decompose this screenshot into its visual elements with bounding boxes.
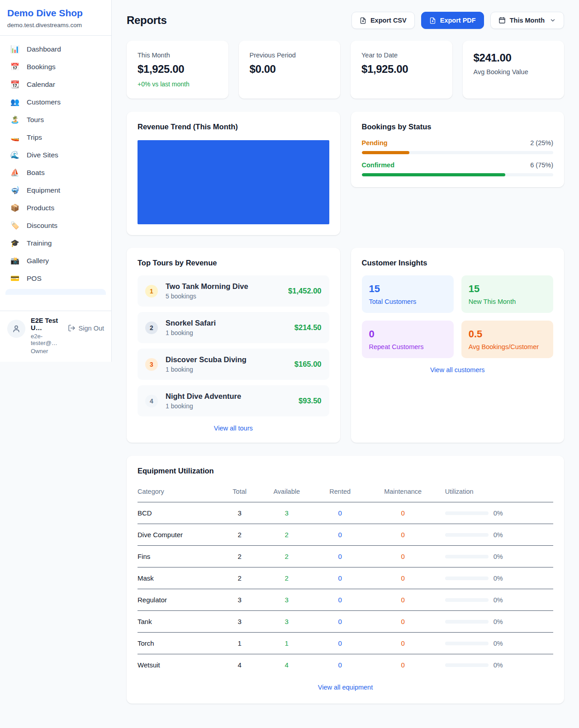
rank-badge: 1 — [145, 285, 158, 298]
column-header-category: Category — [138, 483, 222, 502]
cell-available: 2 — [258, 524, 316, 546]
stat-label: This Month — [138, 52, 218, 59]
cell-available: 2 — [258, 546, 316, 567]
period-selector[interactable]: This Month — [490, 12, 564, 29]
cell-rented: 0 — [316, 524, 365, 546]
insight-value: 0.5 — [469, 328, 546, 340]
sign-out-button[interactable]: Sign Out — [68, 324, 104, 332]
tag-icon: 🏷️ — [10, 222, 20, 229]
table-row: Regulator 3 3 0 0 0% — [138, 589, 553, 611]
rank-badge: 4 — [145, 395, 158, 407]
user-panel: E2E Test U… e2e-tester@… Owner Sign Out — [0, 311, 111, 362]
table-row: Torch 1 1 0 0 0% — [138, 633, 553, 654]
sidebar-item-pos[interactable]: 💳 POS — [5, 270, 106, 287]
sidebar-item-gallery[interactable]: 📸 Gallery — [5, 253, 106, 269]
insight-tile-avg-bookings: 0.5 Avg Bookings/Customer — [461, 321, 553, 358]
charts-row: Revenue Trend (This Month) Bookings by S… — [127, 112, 564, 235]
sidebar-item-training[interactable]: 🎓 Training — [5, 235, 106, 251]
sidebar-item-dashboard[interactable]: 📊 Dashboard — [5, 41, 106, 57]
view-all-tours-link[interactable]: View all tours — [138, 425, 329, 432]
sidebar-item-customers[interactable]: 👥 Customers — [5, 94, 106, 110]
export-csv-button[interactable]: Export CSV — [351, 12, 415, 29]
table-header-row: Category Total Available Rented Maintena… — [138, 483, 553, 502]
top-tours-title: Top Tours by Revenue — [138, 259, 329, 267]
status-count: 2 (25%) — [530, 139, 553, 147]
stat-value: $1,925.00 — [138, 63, 218, 76]
sidebar-item-equipment[interactable]: 🤿 Equipment — [5, 182, 106, 199]
file-icon — [429, 17, 436, 24]
utilization-bar — [445, 511, 489, 515]
person-icon — [12, 324, 21, 333]
cell-rented: 0 — [316, 546, 365, 567]
sidebar-item-label: Training — [27, 239, 52, 247]
utilization-bar — [445, 598, 489, 602]
sidebar-item-label: Discounts — [27, 222, 57, 230]
sidebar-item-reports-active-partial[interactable] — [5, 289, 106, 295]
view-all-equipment-link[interactable]: View all equipment — [138, 684, 553, 691]
camera-icon: 📸 — [10, 257, 20, 265]
cell-available: 3 — [258, 589, 316, 611]
status-progress-track — [362, 173, 554, 176]
export-pdf-button[interactable]: Export PDF — [421, 12, 484, 29]
cell-maintenance: 0 — [365, 567, 441, 589]
revenue-trend-card: Revenue Trend (This Month) — [127, 112, 340, 235]
table-row: Dive Computer 2 2 0 0 0% — [138, 524, 553, 546]
column-header-rented: Rented — [316, 483, 365, 502]
view-all-customers-link[interactable]: View all customers — [362, 366, 554, 373]
cell-total: 3 — [222, 502, 258, 524]
page-title: Reports — [127, 14, 167, 27]
calendar-icon — [498, 17, 506, 24]
insight-tile-repeat-customers: 0 Repeat Customers — [362, 321, 454, 358]
sign-out-label: Sign Out — [79, 325, 104, 332]
cell-rented: 0 — [316, 589, 365, 611]
tour-bookings: 5 bookings — [166, 293, 248, 300]
sidebar-item-tours[interactable]: 🏝️ Tours — [5, 112, 106, 128]
stat-card-previous-period: Previous Period $0.00 — [239, 41, 341, 99]
sidebar-item-bookings[interactable]: 📅 Bookings — [5, 59, 106, 75]
insight-label: New This Month — [469, 298, 546, 305]
sidebar-item-calendar[interactable]: 📆 Calendar — [5, 76, 106, 93]
sidebar-item-trips[interactable]: 🚤 Trips — [5, 129, 106, 146]
sidebar-item-products[interactable]: 📦 Products — [5, 200, 106, 216]
period-label: This Month — [510, 17, 545, 24]
insight-label: Avg Bookings/Customer — [469, 343, 546, 350]
logout-icon — [68, 324, 76, 332]
sidebar-item-label: Dive Sites — [27, 151, 58, 159]
bookings-by-status-title: Bookings by Status — [362, 123, 554, 131]
insight-tile-new-this-month: 15 New This Month — [461, 275, 553, 313]
status-row-confirmed: Confirmed 6 (75%) — [362, 161, 554, 176]
cell-total: 2 — [222, 524, 258, 546]
table-row: BCD 3 3 0 0 0% — [138, 502, 553, 524]
cell-rented: 0 — [316, 502, 365, 524]
list-item-tour-1: 1 Two Tank Morning Dive 5 bookings $1,45… — [138, 275, 329, 307]
sidebar-item-boats[interactable]: ⛵ Boats — [5, 165, 106, 181]
utilization-bar — [445, 533, 489, 537]
tour-bookings: 1 booking — [166, 402, 241, 410]
user-name: E2E Test U… — [31, 317, 62, 331]
tours-insights-row: Top Tours by Revenue 1 Two Tank Morning … — [127, 248, 564, 443]
stat-label: Previous Period — [250, 52, 330, 59]
cell-available: 3 — [258, 502, 316, 524]
cell-available: 4 — [258, 654, 316, 676]
status-progress-fill — [362, 173, 506, 176]
stat-card-avg-booking-value: $241.00 Avg Booking Value — [463, 41, 565, 99]
graduation-cap-icon: 🎓 — [10, 240, 20, 247]
sailboat-icon: ⛵ — [10, 169, 20, 176]
cell-available: 2 — [258, 567, 316, 589]
tour-name: Night Dive Adventure — [166, 392, 241, 401]
sidebar-item-discounts[interactable]: 🏷️ Discounts — [5, 217, 106, 234]
sidebar-item-label: Tours — [27, 116, 44, 124]
sidebar-item-label: Products — [27, 204, 54, 212]
sidebar-item-dive-sites[interactable]: 🌊 Dive Sites — [5, 147, 106, 163]
tour-name: Snorkel Safari — [166, 319, 216, 327]
export-csv-label: Export CSV — [370, 17, 407, 24]
chevron-down-icon — [550, 17, 556, 24]
utilization-bar — [445, 620, 489, 624]
utilization-bar — [445, 555, 489, 558]
stats-row: This Month $1,925.00 +0% vs last month P… — [127, 41, 564, 99]
tour-name: Discover Scuba Diving — [166, 355, 247, 364]
stat-value: $0.00 — [250, 63, 330, 76]
sidebar-header: Demo Dive Shop demo.test.divestreams.com — [0, 0, 111, 36]
sidebar-item-label: Boats — [27, 169, 45, 177]
sidebar-item-label: Bookings — [27, 63, 56, 71]
